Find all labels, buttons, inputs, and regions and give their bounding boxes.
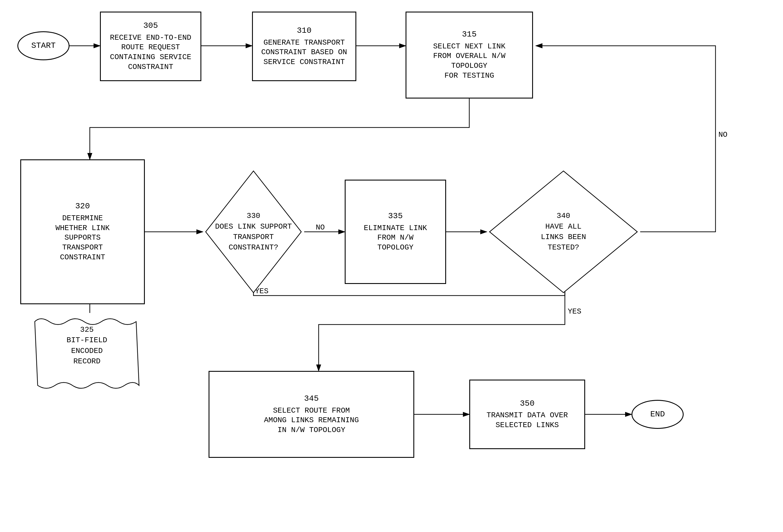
shape-305: 305 RECEIVE END-TO-END ROUTE REQUEST CON… [100, 11, 201, 81]
shape-340-text: HAVE ALL LINKS BEEN TESTED? [541, 221, 586, 253]
shape-330: 330 DOES LINK SUPPORT TRANSPORT CONSTRAI… [203, 168, 304, 295]
shape-315: 315 SELECT NEXT LINK FROM OVERALL N/W TO… [406, 11, 533, 98]
start-label: START [31, 40, 56, 51]
shape-320-number: 320 [55, 201, 109, 212]
shape-335: 335 ELIMINATE LINK FROM N/W TOPOLOGY [345, 180, 446, 284]
shape-325-number: 325 [32, 324, 142, 335]
shape-345-number: 345 [264, 394, 359, 404]
shape-340: 340 HAVE ALL LINKS BEEN TESTED? [487, 168, 640, 295]
no-label-330: NO [316, 223, 325, 232]
shape-325: 325 BIT-FIELD ENCODED RECORD [32, 313, 142, 394]
shape-315-text: SELECT NEXT LINK FROM OVERALL N/W TOPOLO… [433, 42, 505, 81]
shape-315-number: 315 [433, 29, 505, 40]
shape-340-number: 340 [541, 211, 586, 221]
shape-350-number: 350 [487, 399, 568, 409]
shape-335-text: ELIMINATE LINK FROM N/W TOPOLOGY [364, 223, 427, 253]
shape-345-text: SELECT ROUTE FROM AMONG LINKS REMAINING … [264, 406, 359, 435]
shape-325-text: BIT-FIELD ENCODED RECORD [32, 335, 142, 367]
yes-label-340: YES [568, 307, 582, 316]
start-shape: START [18, 31, 69, 60]
shape-345: 345 SELECT ROUTE FROM AMONG LINKS REMAIN… [209, 371, 414, 458]
shape-335-number: 335 [364, 211, 427, 221]
flowchart-diagram: NO NO YES YES START 305 RECEIVE END-TO-E… [0, 0, 783, 532]
end-label: END [650, 409, 665, 419]
shape-320: 320 DETERMINE WHETHER LINK SUPPORTS TRAN… [20, 159, 145, 304]
shape-310-text: GENERATE TRANSPORT CONSTRAINT BASED ON S… [261, 38, 347, 67]
shape-330-number: 330 [215, 211, 292, 221]
shape-330-text: DOES LINK SUPPORT TRANSPORT CONSTRAINT? [215, 221, 292, 253]
shape-350-text: TRANSMIT DATA OVER SELECTED LINKS [487, 411, 568, 430]
shape-310-number: 310 [261, 26, 347, 36]
shape-350: 350 TRANSMIT DATA OVER SELECTED LINKS [469, 380, 585, 449]
shape-310: 310 GENERATE TRANSPORT CONSTRAINT BASED … [252, 11, 356, 81]
shape-305-text: RECEIVE END-TO-END ROUTE REQUEST CONTAIN… [110, 33, 191, 72]
shape-305-number: 305 [110, 21, 191, 31]
end-shape: END [631, 400, 684, 429]
shape-320-text: DETERMINE WHETHER LINK SUPPORTS TRANSPOR… [55, 214, 109, 262]
no-label-340: NO [718, 130, 727, 139]
